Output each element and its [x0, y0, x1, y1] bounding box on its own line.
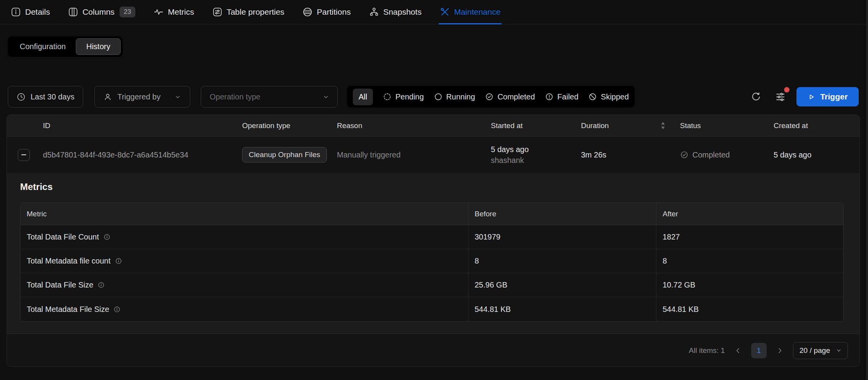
trigger-label: Trigger: [820, 92, 847, 101]
tab-maintenance[interactable]: Maintenance: [440, 0, 501, 24]
metric-label: Total Metadata File Size: [27, 305, 109, 314]
started-by-user: shashank: [491, 156, 524, 165]
metrics-panel-title: Metrics: [20, 181, 844, 192]
started-at-time: 5 days ago: [491, 145, 529, 154]
operation-type-tag: Cleanup Orphan Files: [242, 147, 327, 163]
current-page-button[interactable]: 1: [751, 343, 767, 358]
column-header-started-at: Started at: [478, 115, 569, 136]
status-filter-running[interactable]: Running: [434, 92, 475, 101]
status-pill-label: Running: [446, 92, 475, 101]
info-circle-icon[interactable]: [97, 281, 105, 289]
sort-toggle[interactable]: [661, 122, 665, 130]
metrics-row: Total Metadata File Size 544.81 KB 544.8…: [21, 297, 843, 321]
table-detail-tabs: Details Columns 23 Metrics Table propert: [0, 0, 868, 24]
trigger-button[interactable]: Trigger: [796, 87, 859, 106]
check-circle-icon: [485, 92, 494, 101]
metric-before-value: 25.96 GB: [468, 273, 656, 297]
operation-type-label: Operation type: [210, 92, 260, 101]
play-icon: [807, 93, 815, 101]
collapse-row-button[interactable]: [18, 149, 30, 161]
status-filter-skipped[interactable]: Skipped: [588, 92, 629, 101]
tab-label: Metrics: [168, 7, 194, 17]
row-created-at: 5 days ago: [761, 137, 859, 173]
tab-columns[interactable]: Columns 23: [68, 0, 135, 24]
info-circle-icon[interactable]: [113, 306, 121, 313]
metrics-column-after: After: [656, 203, 843, 225]
status-filter-all[interactable]: All: [353, 89, 373, 105]
metric-label: Total Data File Count: [27, 233, 99, 241]
ban-icon: [588, 92, 597, 101]
status-pill-label: Failed: [557, 92, 578, 101]
metric-label: Total Metadata file count: [27, 257, 111, 265]
row-started-at: 5 days ago shashank: [478, 137, 569, 173]
expanded-row-panel: Metrics Metric Before After Total Data F…: [7, 173, 859, 334]
tab-label: Columns: [82, 7, 114, 17]
row-reason: Manually triggered: [325, 137, 478, 173]
status-pill-label: Skipped: [601, 92, 629, 101]
tab-metrics[interactable]: Metrics: [154, 0, 194, 24]
info-circle-icon[interactable]: [115, 257, 122, 265]
tab-label: Details: [25, 7, 50, 17]
status-badge: Completed: [692, 151, 730, 159]
metric-after-value: 1827: [656, 225, 843, 249]
toggle-configuration[interactable]: Configuration: [10, 38, 76, 55]
tab-label: Partitions: [317, 7, 351, 17]
column-header-reason: Reason: [325, 115, 478, 136]
metrics-header-row: Metric Before After: [21, 203, 843, 225]
triggered-by-filter[interactable]: Triggered by: [94, 86, 190, 108]
row-duration: 3m 26s: [569, 137, 668, 173]
advanced-filter-button[interactable]: [775, 92, 786, 102]
row-operation-type-cell: Cleanup Orphan Files: [230, 137, 325, 173]
row-id: d5b47801-844f-493e-8dc7-a6a4514b5e34: [36, 137, 230, 173]
page-size-select[interactable]: 20 / page: [793, 342, 848, 359]
refresh-button[interactable]: [751, 92, 761, 102]
columns-icon: [68, 7, 78, 17]
status-filter-group: All Pending Running Complete: [347, 86, 635, 108]
tab-label: Table properties: [227, 7, 284, 17]
metric-after-value: 544.81 KB: [656, 297, 843, 321]
previous-page-button[interactable]: [734, 347, 742, 354]
status-filter-completed[interactable]: Completed: [485, 92, 535, 101]
exclamation-circle-icon: [545, 92, 554, 101]
metrics-column-before: Before: [468, 203, 656, 225]
table-footer: All items: 1 1 20 / page: [7, 334, 859, 367]
tab-details[interactable]: Details: [11, 0, 50, 24]
metric-label: Total Data File Size: [27, 281, 93, 289]
vertical-scrollbar[interactable]: [866, 0, 868, 380]
status-filter-pending[interactable]: Pending: [383, 92, 424, 101]
sliders-square-icon: [212, 7, 222, 17]
chevron-down-icon: [322, 93, 330, 101]
minus-icon: [21, 154, 26, 155]
expand-column-header: [7, 115, 36, 136]
metric-before-value: 8: [468, 249, 656, 273]
status-filter-failed[interactable]: Failed: [545, 92, 578, 101]
metrics-row: Total Data File Size 25.96 GB 10.72 GB: [21, 273, 843, 297]
toggle-history[interactable]: History: [76, 38, 121, 55]
columns-count-badge: 23: [120, 7, 135, 17]
dashed-circle-icon: [383, 92, 391, 101]
clock-icon: [17, 92, 26, 101]
date-range-label: Last 30 days: [31, 92, 74, 101]
tab-table-properties[interactable]: Table properties: [212, 0, 284, 24]
operation-type-filter[interactable]: Operation type: [201, 86, 338, 108]
hierarchy-icon: [369, 7, 379, 17]
info-circle-icon[interactable]: [103, 233, 111, 241]
column-header-operation-type: Operation type: [230, 115, 325, 136]
chevron-down-icon: [836, 347, 842, 354]
metrics-row: Total Metadata file count 8 8: [21, 249, 843, 273]
date-range-filter[interactable]: Last 30 days: [8, 86, 83, 108]
info-square-icon: [11, 7, 21, 17]
tab-partitions[interactable]: Partitions: [302, 0, 351, 24]
partitions-icon: [302, 7, 313, 17]
history-filter-bar: Last 30 days Triggered by Operation type…: [8, 86, 859, 108]
next-page-button[interactable]: [776, 347, 784, 354]
metrics-column-metric: Metric: [21, 203, 468, 225]
metric-after-value: 10.72 GB: [656, 273, 843, 297]
table-header-row: ID Operation type Reason Started at Dura…: [7, 115, 859, 137]
status-pill-label: Completed: [497, 92, 535, 101]
metrics-row: Total Data File Count 301979 1827: [21, 225, 843, 249]
tab-snapshots[interactable]: Snapshots: [369, 0, 422, 24]
tools-icon: [440, 7, 450, 17]
metric-before-value: 301979: [468, 225, 656, 249]
column-header-status: Status: [668, 115, 761, 136]
